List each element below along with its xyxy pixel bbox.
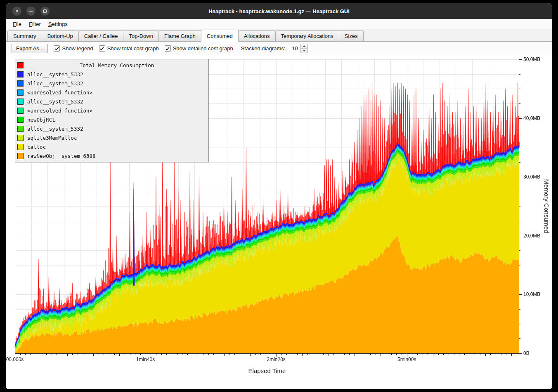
legend-row: calloc bbox=[15, 142, 208, 151]
x-axis-title: Elapsed Time bbox=[248, 367, 286, 374]
tab-flame-graph[interactable]: Flame Graph bbox=[158, 31, 201, 41]
legend-swatch bbox=[17, 89, 24, 96]
toolbar: Export As... Show legend Show total cost… bbox=[6, 42, 552, 55]
show-total-cost-graph-checkbox[interactable]: Show total cost graph bbox=[99, 45, 159, 52]
legend-label: <unresolved function> bbox=[27, 89, 92, 96]
legend-row: newObjRC1 bbox=[15, 115, 208, 124]
x-tick-label: 5min00s bbox=[397, 357, 416, 362]
legend-title: Total Memory Consumption bbox=[27, 62, 206, 68]
maximize-icon bbox=[43, 9, 47, 13]
export-as-button[interactable]: Export As... bbox=[12, 44, 48, 53]
tab-bottom-up[interactable]: Bottom-Up bbox=[42, 31, 79, 41]
checkbox-checked-icon bbox=[54, 45, 60, 52]
legend-swatch bbox=[17, 108, 24, 114]
legend-label: alloc__system_5332 bbox=[27, 99, 83, 105]
legend-label: calloc bbox=[27, 144, 46, 150]
show-legend-checkbox[interactable]: Show legend bbox=[54, 45, 93, 52]
tab-sizes[interactable]: Sizes bbox=[339, 31, 364, 41]
chart-area: Total Memory Consumptionalloc__system_53… bbox=[6, 55, 552, 389]
tab-top-down[interactable]: Top-Down bbox=[123, 31, 159, 41]
legend-label: rawNewObj__system_6388 bbox=[27, 153, 96, 159]
x-tick-label: 1min40s bbox=[136, 357, 155, 362]
menubar: File Filter Settings bbox=[6, 19, 552, 29]
checkbox-label: Show legend bbox=[62, 45, 93, 52]
minimize-button[interactable] bbox=[26, 7, 35, 16]
legend-row: alloc__system_5332 bbox=[15, 97, 208, 106]
tab-temporary-allocations[interactable]: Temporary Allocations bbox=[275, 31, 339, 41]
tabbar: SummaryBottom-UpCaller / CalleeTop-DownF… bbox=[6, 29, 552, 42]
legend-swatch bbox=[17, 126, 24, 132]
legend-swatch bbox=[17, 117, 24, 123]
legend-row: alloc__system_5332 bbox=[15, 70, 208, 79]
chevron-down-icon bbox=[303, 50, 305, 52]
legend-label: <unresolved function> bbox=[27, 108, 92, 114]
checkbox-label: Show total cost graph bbox=[107, 45, 159, 52]
spinbox-value: 10 bbox=[289, 44, 300, 53]
legend-label: newObjRC1 bbox=[27, 117, 55, 123]
maximize-button[interactable] bbox=[40, 7, 50, 16]
menu-settings[interactable]: Settings bbox=[45, 20, 71, 28]
minimize-icon bbox=[29, 11, 33, 12]
spin-down-button[interactable] bbox=[301, 48, 307, 53]
menu-file[interactable]: File bbox=[9, 20, 25, 28]
y-tick-label: 10,0MB bbox=[523, 291, 540, 297]
checkbox-label: Show detailed cost graph bbox=[173, 45, 233, 52]
x-tick-label: 00.000s bbox=[6, 357, 24, 362]
tab-summary[interactable]: Summary bbox=[7, 31, 42, 41]
legend-label: alloc__system_5332 bbox=[27, 80, 83, 87]
y-axis-title: Memory Consumed bbox=[543, 179, 550, 233]
legend-row: alloc__system_5332 bbox=[15, 124, 208, 133]
show-detailed-cost-graph-checkbox[interactable]: Show detailed cost graph bbox=[165, 45, 233, 52]
window-controls: × bbox=[12, 7, 50, 16]
legend-swatch bbox=[17, 80, 24, 87]
tab-consumed[interactable]: Consumed bbox=[201, 30, 239, 42]
y-tick-label: 30,0MB bbox=[523, 174, 540, 180]
legend-row: rawNewObj__system_6388 bbox=[15, 151, 208, 160]
tab-caller-callee[interactable]: Caller / Callee bbox=[78, 31, 124, 41]
checkbox-checked-icon bbox=[99, 45, 105, 52]
titlebar: × Heaptrack - heaptrack.wakunode.1.gz — … bbox=[6, 3, 552, 19]
stacked-diagrams-spinbox[interactable]: 10 bbox=[289, 44, 307, 53]
app-window: × Heaptrack - heaptrack.wakunode.1.gz — … bbox=[6, 3, 552, 389]
legend-swatch bbox=[17, 144, 24, 150]
y-tick-label: 0B bbox=[523, 350, 530, 356]
legend-swatch bbox=[17, 99, 24, 105]
y-tick-label: 20,0MB bbox=[523, 233, 540, 239]
chevron-up-icon bbox=[303, 45, 305, 47]
legend-label: alloc__system_5332 bbox=[27, 126, 83, 132]
y-tick-label: 40,0MB bbox=[523, 115, 540, 121]
checkbox-checked-icon bbox=[165, 45, 171, 52]
chart-legend: Total Memory Consumptionalloc__system_53… bbox=[15, 59, 209, 162]
legend-label: sqlite3MemMalloc bbox=[27, 135, 77, 141]
window-title: Heaptrack - heaptrack.wakunode.1.gz — He… bbox=[6, 8, 552, 14]
spin-up-button[interactable] bbox=[301, 44, 307, 48]
legend-row: <unresolved function> bbox=[15, 88, 208, 97]
legend-swatch bbox=[17, 71, 24, 77]
tab-allocations[interactable]: Allocations bbox=[238, 31, 276, 41]
close-icon: × bbox=[15, 8, 19, 14]
legend-row: alloc__system_5332 bbox=[15, 79, 208, 88]
menu-filter[interactable]: Filter bbox=[25, 20, 45, 28]
x-tick-label: 3min20s bbox=[267, 357, 285, 362]
legend-label: alloc__system_5332 bbox=[27, 71, 83, 77]
stacked-diagrams-label: Stacked diagrams: bbox=[241, 45, 286, 52]
y-tick-label: 50,0MB bbox=[523, 56, 540, 62]
legend-row: sqlite3MemMalloc bbox=[15, 133, 208, 142]
legend-swatch bbox=[17, 62, 24, 68]
legend-swatch bbox=[17, 153, 24, 159]
legend-row: <unresolved function> bbox=[15, 106, 208, 115]
close-button[interactable]: × bbox=[12, 7, 21, 16]
legend-title-row: Total Memory Consumption bbox=[15, 61, 208, 70]
legend-swatch bbox=[17, 135, 24, 141]
